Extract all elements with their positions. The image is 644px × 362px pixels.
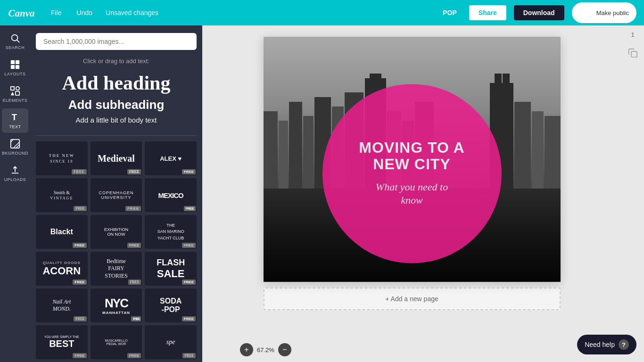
share-button[interactable]: Share	[469, 5, 506, 20]
left-panel: Click or drag to add text: Add heading A…	[30, 25, 202, 362]
add-body-button[interactable]: Add a little bit of body text	[36, 114, 197, 126]
help-icon: ?	[619, 339, 629, 350]
sidebar-item-label: SEARCH	[6, 45, 25, 50]
sidebar-item-label: TEXT	[9, 124, 21, 129]
search-input[interactable]	[36, 33, 197, 50]
zoom-controls: + 67.2% −	[240, 343, 291, 356]
svg-rect-4	[16, 60, 19, 64]
right-sidebar: 1	[621, 25, 644, 362]
unsaved-indicator: Unsaved changes	[106, 9, 158, 16]
svg-rect-32	[631, 51, 637, 57]
list-item[interactable]: Medieval FREE	[91, 141, 142, 175]
list-item[interactable]: spe FREE	[145, 325, 197, 359]
pink-circle-overlay: MOVING TO A NEW CITY What you need tokno…	[322, 84, 502, 263]
svg-text:T: T	[12, 112, 17, 122]
file-button[interactable]: File	[47, 7, 66, 18]
list-item[interactable]: Nail ArtMOND. FREE	[36, 288, 88, 322]
need-help-label: Need help	[585, 341, 615, 348]
svg-line-2	[17, 40, 19, 42]
elements-icon	[10, 86, 20, 96]
make-public-label: Make public	[596, 9, 629, 16]
sidebar-item-background[interactable]: BKGROUND	[2, 135, 28, 159]
svg-rect-14	[264, 111, 278, 196]
list-item[interactable]: MEXICO FREE	[145, 178, 197, 212]
svg-point-8	[16, 87, 19, 90]
page-number: 1	[631, 31, 634, 38]
sidebar-item-label: LAYOUTS	[5, 72, 26, 76]
list-item[interactable]: ALEX ♥ FREE	[145, 141, 197, 175]
zoom-in-button[interactable]: +	[240, 343, 253, 356]
add-heading-button[interactable]: Add heading	[36, 70, 197, 96]
svg-marker-9	[11, 92, 14, 95]
svg-rect-31	[545, 116, 561, 196]
list-item[interactable]: NYC MANHATTAN FREE	[91, 288, 142, 322]
canvas-area: MOVING TO A NEW CITY What you need tokno…	[202, 25, 621, 362]
sidebar-item-label: ELEMENTS	[3, 98, 28, 103]
list-item[interactable]: THE NEWSINCE 10 FREE	[36, 141, 88, 175]
sidebar-item-layouts[interactable]: LAYOUTS	[2, 56, 28, 80]
font-grid: THE NEWSINCE 10 FREE Medieval FREE ALEX …	[36, 141, 197, 362]
list-item[interactable]: THESAN MARINOYACHT CLUB FREE	[145, 215, 197, 249]
background-icon	[10, 139, 20, 149]
avatar	[579, 6, 593, 19]
svg-rect-29	[514, 102, 531, 196]
list-item[interactable]: FLASH SALE FREE	[145, 252, 197, 286]
svg-rect-13	[12, 173, 19, 174]
list-item[interactable]: COPENHAGENUNIVERSITY FREE	[91, 178, 142, 212]
list-item[interactable]: EXHIBITIONON NOW FREE	[91, 215, 142, 249]
sidebar-item-text[interactable]: T TEXT	[2, 108, 28, 133]
design-canvas[interactable]: MOVING TO A NEW CITY What you need tokno…	[264, 37, 561, 282]
list-item[interactable]: YOU ARE SIMPLY THE BEST FREE	[36, 325, 88, 359]
svg-rect-7	[11, 87, 14, 90]
canvas-subtitle: What you need toknow	[376, 181, 448, 207]
svg-point-1	[12, 35, 18, 41]
svg-rect-27	[495, 74, 502, 92]
text-icon: T	[10, 112, 20, 123]
sidebar-item-elements[interactable]: ELEMENTS	[2, 82, 28, 107]
download-button[interactable]: Download	[514, 5, 564, 20]
svg-rect-16	[289, 102, 302, 196]
add-new-page-button[interactable]: + Add a new page	[264, 288, 561, 310]
canvas-title: MOVING TO A NEW CITY	[341, 140, 483, 173]
list-item[interactable]: BedtimeFAIRYSTORIES FREE	[91, 252, 142, 286]
svg-rect-10	[16, 91, 19, 95]
sidebar-item-label: BKGROUND	[2, 151, 28, 156]
svg-rect-30	[532, 111, 544, 196]
sidebar-item-label: UPLOADS	[4, 177, 26, 182]
undo-button[interactable]: Undo	[73, 7, 96, 18]
uploads-icon	[10, 165, 20, 175]
list-item[interactable]: SODA -POP FREE	[145, 288, 197, 322]
svg-rect-15	[279, 121, 288, 196]
panel-divider	[36, 135, 197, 136]
list-item[interactable]: MUSCARELLOPEDAL WOR FREE	[91, 325, 142, 359]
list-item[interactable]: Smith &VINTAGE FREE	[36, 178, 88, 212]
svg-rect-5	[11, 65, 15, 69]
pop-button[interactable]: POP	[438, 7, 462, 18]
svg-text:Canva: Canva	[8, 8, 35, 19]
search-icon	[10, 33, 20, 43]
sidebar-item-search[interactable]: SEARCH	[2, 29, 28, 54]
copy-icon	[627, 48, 638, 58]
svg-rect-28	[503, 74, 510, 88]
svg-rect-17	[303, 116, 314, 196]
need-help-button[interactable]: Need help ?	[577, 335, 636, 354]
add-subheading-button[interactable]: Add subheading	[36, 96, 197, 114]
list-item[interactable]: QUALITY GOODS ACORN FREE	[36, 252, 88, 286]
add-text-label: Click or drag to add text:	[36, 58, 197, 65]
main-area: SEARCH LAYOUTS ELEMENTS T TEXT BKGROUND …	[0, 25, 644, 362]
canva-logo[interactable]: Canva	[8, 5, 36, 20]
copy-page-button[interactable]	[626, 46, 640, 61]
layouts-icon	[10, 59, 20, 70]
sidebar-item-uploads[interactable]: UPLOADS	[2, 161, 28, 186]
zoom-out-button[interactable]: −	[278, 343, 291, 356]
canvas-wrapper: MOVING TO A NEW CITY What you need tokno…	[264, 37, 561, 282]
sidebar-icons: SEARCH LAYOUTS ELEMENTS T TEXT BKGROUND …	[0, 25, 30, 362]
svg-rect-6	[16, 65, 19, 69]
topbar: Canva File Undo Unsaved changes POP Shar…	[0, 0, 644, 25]
svg-rect-3	[11, 60, 15, 64]
list-item[interactable]: Blackt FREE	[36, 215, 88, 249]
make-public-button[interactable]: Make public	[572, 2, 636, 23]
zoom-level: 67.2%	[257, 346, 274, 354]
